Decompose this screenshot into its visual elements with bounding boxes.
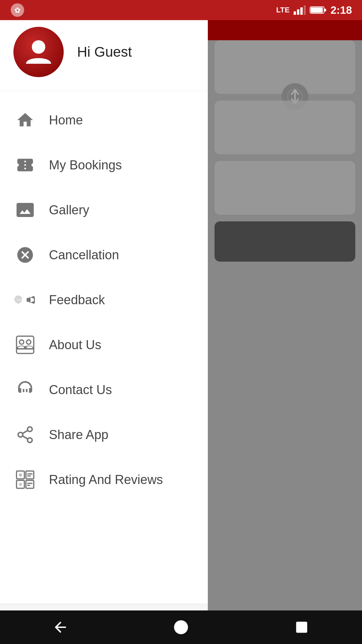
sidebar-item-gallery[interactable]: Gallery [0, 187, 208, 232]
rating-reviews-icon [13, 468, 37, 491]
bg-card-3 [215, 161, 355, 215]
svg-rect-25 [27, 483, 33, 484]
svg-rect-5 [304, 5, 306, 15]
status-bar-app-icon: ✿ [10, 3, 25, 17]
svg-rect-28 [296, 622, 307, 633]
contact-us-icon [13, 378, 37, 401]
svg-rect-21 [27, 475, 31, 477]
svg-line-15 [22, 436, 28, 439]
sidebar-item-cancellation[interactable]: Cancellation [0, 232, 208, 277]
svg-point-10 [32, 40, 45, 54]
status-bar: ✿ LTE 2:18 [0, 0, 362, 20]
navigation-bar [0, 610, 362, 644]
svg-rect-24 [26, 480, 34, 488]
bg-card-2 [215, 101, 355, 154]
svg-point-23 [19, 483, 22, 486]
ticket-icon [13, 153, 37, 177]
svg-point-14 [27, 438, 32, 442]
svg-rect-19 [26, 471, 34, 479]
lte-label: LTE [276, 6, 290, 14]
rating-reviews-label: Rating And Reviews [49, 473, 163, 487]
svg-rect-4 [300, 7, 303, 15]
home-nav-button[interactable] [168, 614, 194, 641]
drawer-menu: Home My Bookings Gallery Cancellation [0, 91, 208, 604]
feedback-label: Feedback [49, 293, 105, 307]
navigation-drawer: Hi Guest Home My Bookings Gallery [0, 0, 208, 644]
sidebar-item-about-us[interactable]: About Us [0, 322, 208, 367]
svg-rect-3 [297, 9, 299, 15]
svg-rect-2 [294, 11, 296, 15]
share-app-icon [13, 423, 37, 446]
svg-rect-26 [27, 485, 30, 486]
svg-rect-20 [27, 473, 33, 475]
gallery-label: Gallery [49, 203, 89, 217]
battery-icon [310, 5, 326, 15]
signal-icon [294, 5, 306, 15]
recents-button[interactable] [288, 614, 315, 641]
my-bookings-label: My Bookings [49, 158, 122, 172]
about-us-label: About Us [49, 338, 101, 352]
avatar [13, 27, 64, 77]
user-avatar-icon [22, 35, 55, 69]
sidebar-item-rating-reviews[interactable]: Rating And Reviews [0, 457, 208, 502]
status-time: 2:18 [330, 4, 352, 16]
background-content [208, 20, 362, 644]
share-app-label: Share App [49, 428, 108, 442]
svg-point-27 [174, 620, 188, 634]
sidebar-item-feedback[interactable]: Feedback [0, 277, 208, 322]
back-button[interactable] [47, 614, 74, 641]
cancellation-icon [13, 243, 37, 267]
sidebar-item-home[interactable]: Home [0, 98, 208, 143]
greeting-text: Hi Guest [77, 44, 132, 60]
svg-point-18 [19, 473, 22, 476]
svg-point-12 [27, 427, 32, 432]
sidebar-item-share-app[interactable]: Share App [0, 412, 208, 457]
svg-line-16 [22, 430, 28, 433]
home-label: Home [49, 113, 83, 127]
bg-card-1 [215, 40, 355, 94]
gallery-icon [13, 198, 37, 222]
feedback-icon [13, 288, 37, 312]
svg-text:✿: ✿ [14, 6, 20, 14]
sidebar-item-my-bookings[interactable]: My Bookings [0, 143, 208, 187]
status-icons: LTE 2:18 [276, 4, 352, 16]
bg-header-dark [208, 20, 362, 40]
bg-card-4 [215, 221, 355, 262]
svg-rect-8 [311, 7, 323, 13]
sidebar-item-contact-us[interactable]: Contact Us [0, 367, 208, 412]
contact-us-label: Contact Us [49, 383, 112, 397]
svg-rect-11 [16, 336, 34, 353]
about-us-icon [13, 333, 37, 357]
home-icon [13, 108, 37, 132]
cancellation-label: Cancellation [49, 248, 119, 262]
svg-point-13 [18, 432, 23, 437]
svg-rect-7 [324, 9, 326, 11]
